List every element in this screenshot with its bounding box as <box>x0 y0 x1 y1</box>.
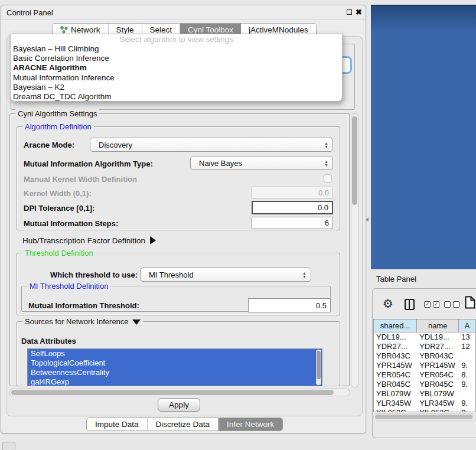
dropdown-item-highlighted[interactable]: ARACNE Algorithm <box>11 63 342 73</box>
mi-steps-label: Mutual Information Steps: <box>24 219 118 228</box>
table-cell[interactable]: YDR27... <box>374 342 417 351</box>
column-header-shared-name[interactable]: shared... <box>374 319 417 332</box>
table-cell[interactable]: YDR27... <box>417 342 459 351</box>
table-row[interactable]: YIL052C YIL052C 9. <box>374 408 475 412</box>
attributes-list-scrollbar[interactable] <box>316 350 321 385</box>
mi-type-combobox[interactable]: Naive Bayes ▲▼ <box>190 156 333 170</box>
table-cell[interactable]: YDL19... <box>417 332 459 342</box>
column-header-name[interactable]: name <box>417 319 459 332</box>
table-cell[interactable]: 9. <box>459 361 475 370</box>
table-cell[interactable]: 9. <box>459 408 475 412</box>
algorithm-definition-title: Algorithm Definition <box>22 122 94 131</box>
table-cell[interactable]: 9. <box>459 399 475 408</box>
hub-definition-expander[interactable]: Hub/Transcription Factor Definition <box>22 236 156 245</box>
column-header-clipped[interactable]: A <box>459 319 475 332</box>
select-all-columns-icon[interactable]: ✓ ✓ <box>424 301 439 308</box>
table-cell[interactable]: YIL052C <box>374 408 417 412</box>
table-cell[interactable]: YBR045C <box>374 380 417 389</box>
manual-kernel-checkbox[interactable] <box>324 174 332 182</box>
unchecked-box-icon <box>444 301 451 308</box>
dropdown-placeholder: Select algorithm to view settings <box>11 35 342 44</box>
table-header-row: shared... name A <box>374 319 475 332</box>
table-row[interactable]: YDR27... YDR27... 12 <box>374 342 475 351</box>
manual-kernel-label: Manual Kernel Width Definition <box>24 175 137 184</box>
panel-splitter-handle[interactable] <box>366 217 369 222</box>
table-row[interactable]: YER054C YER054C 8. <box>374 370 475 380</box>
stepper-arrows-icon: ▲▼ <box>324 156 328 169</box>
dpi-tolerance-field[interactable]: 0.0 <box>252 201 333 214</box>
aracne-mode-combobox[interactable]: Discovery ▲▼ <box>90 138 333 152</box>
mi-threshold-group-title: MI Threshold Definition <box>27 282 110 291</box>
settings-vertical-scrollbar[interactable] <box>351 113 358 387</box>
scrollbar-thumb[interactable] <box>317 351 321 379</box>
dropdown-item[interactable]: Basic Correlation Inference <box>11 54 342 63</box>
table-cell[interactable]: YIL052C <box>417 408 459 412</box>
mi-steps-field[interactable]: 6 <box>252 217 333 229</box>
table-cell[interactable]: YER054C <box>374 370 417 380</box>
tab-discretize-data[interactable]: Discretize Data <box>148 418 219 431</box>
network-view-frame: GAL GAL80 GAL10 GAL1 GAL11 SWI4 GAL4 GCY… <box>371 5 476 269</box>
list-item[interactable]: gal4RGexp <box>28 377 322 386</box>
list-item[interactable]: BetweennessCentrality <box>28 368 322 377</box>
data-attributes-list[interactable]: SelfLoops TopologicalCoefficient Between… <box>27 348 322 386</box>
scrollbar-thumb[interactable] <box>352 116 357 205</box>
table-cell[interactable] <box>459 351 475 361</box>
scrollbar-thumb[interactable] <box>11 390 334 395</box>
aracne-mode-label: Aracne Mode: <box>24 141 74 149</box>
table-cell[interactable]: YDL19... <box>374 332 417 342</box>
dropdown-item[interactable]: Dream8 DC_TDC Algorithm <box>11 92 342 102</box>
table-cell[interactable]: YBL079W <box>417 389 459 399</box>
export-table-icon[interactable] <box>465 296 475 309</box>
which-threshold-combobox[interactable]: MI Threshold ▲▼ <box>140 268 311 282</box>
table-cell[interactable]: 12 <box>459 342 475 351</box>
table-row[interactable]: YLR345W YLR345W 9. <box>374 399 475 408</box>
kernel-width-field[interactable]: 0.0 <box>252 187 333 198</box>
hub-definition-label: Hub/Transcription Factor Definition <box>22 236 145 245</box>
float-window-icon[interactable] <box>347 9 352 15</box>
sources-group-title[interactable]: Sources for Network Inference <box>22 317 143 326</box>
table-cell[interactable] <box>459 389 475 399</box>
table-horizontal-scrollbar[interactable] <box>373 413 476 420</box>
scrollbar-thumb[interactable] <box>375 415 473 419</box>
table-row[interactable]: YDL19... YDL19... 13 <box>374 332 475 342</box>
table-cell[interactable]: YBR045C <box>417 380 459 389</box>
table-row[interactable]: YBR043C YBR043C <box>374 351 475 361</box>
table-cell[interactable]: 9. <box>459 380 475 389</box>
dropdown-item[interactable]: Bayesian – Hill Climbing <box>11 44 342 54</box>
tab-infer-network[interactable]: Infer Network <box>219 418 282 431</box>
sources-title-label: Sources for Network Inference <box>25 317 129 326</box>
table-cell[interactable]: YLR345W <box>374 399 417 408</box>
table-cell[interactable]: YLR345W <box>417 399 459 408</box>
list-item[interactable]: SelfLoops <box>28 349 322 358</box>
gear-icon[interactable]: ⚙ <box>383 296 393 311</box>
tab-label: Select <box>150 25 172 34</box>
close-icon[interactable]: ✖ <box>356 8 362 17</box>
column-layout-icon[interactable] <box>405 299 415 310</box>
deselect-all-columns-icon[interactable] <box>444 301 459 308</box>
table-cell[interactable]: YBR043C <box>417 351 459 361</box>
table-cell[interactable]: 13 <box>459 332 475 342</box>
settings-horizontal-scrollbar[interactable] <box>9 389 350 396</box>
stepper-arrows-icon: ▲▼ <box>324 138 328 151</box>
dropdown-item[interactable]: Mutual Information Inference <box>11 73 342 83</box>
table-cell[interactable]: YER054C <box>417 370 459 380</box>
table-cell[interactable]: 8. <box>459 370 475 380</box>
checked-box-icon: ✓ <box>433 301 439 308</box>
table-cell[interactable]: YPR145W <box>374 361 417 370</box>
table-row[interactable]: YBL079W YBL079W <box>374 389 475 399</box>
mi-type-label: Mutual Information Algorithm Type: <box>24 159 153 168</box>
table-cell[interactable]: YBL079W <box>374 389 417 399</box>
dropdown-item[interactable]: Bayesian – K2 <box>11 83 342 92</box>
mi-threshold-field[interactable]: 0.5 <box>248 298 331 312</box>
tab-impute-data[interactable]: Impute Data <box>87 418 148 431</box>
bottom-left-widget[interactable] <box>2 442 15 450</box>
table-cell[interactable]: YBR043C <box>374 351 417 361</box>
list-item[interactable]: TopologicalCoefficient <box>28 358 322 368</box>
table-row[interactable]: YBR045C YBR045C 9. <box>374 380 475 389</box>
apply-button[interactable]: Apply <box>158 398 200 412</box>
tab-label: Cyni Toolbox <box>188 25 233 34</box>
network-icon <box>60 26 68 34</box>
table-row[interactable]: YPR145W YPR145W 9. <box>374 361 475 370</box>
table-cell[interactable]: YPR145W <box>417 361 459 370</box>
expander-down-icon <box>132 319 141 325</box>
